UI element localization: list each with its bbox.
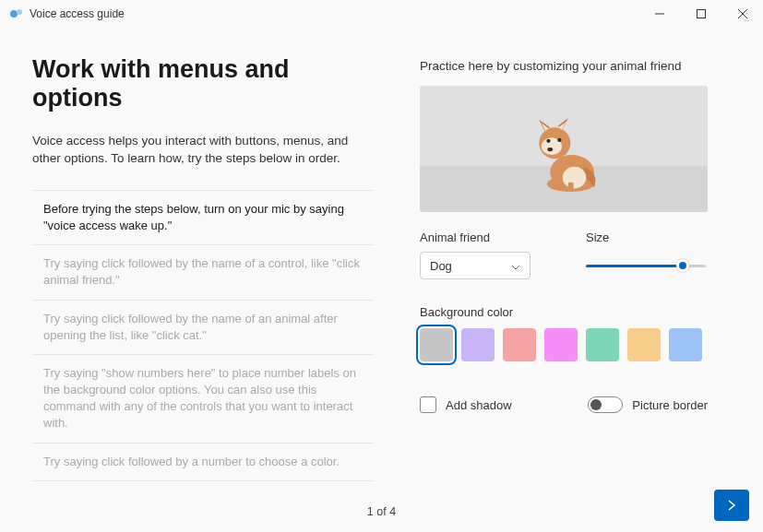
slider-thumb[interactable] [676,259,689,272]
step-item: Try saying click followed by the name of… [32,245,374,300]
size-label: Size [586,231,706,244]
color-swatch-gray[interactable] [420,328,453,361]
steps-list: Before trying the steps below, turn on y… [32,190,374,481]
picture-border-toggle[interactable] [588,396,623,413]
instructions-panel: Work with menus and options Voice access… [32,55,374,481]
svg-rect-15 [567,183,573,191]
color-swatch-blue[interactable] [669,328,702,361]
practice-label: Practice here by customizing your animal… [420,59,731,73]
add-shadow-label: Add shadow [446,398,512,412]
chevron-right-icon [726,500,737,511]
svg-rect-3 [697,10,705,18]
window-title: Voice access guide [30,7,125,20]
step-item: Before trying the steps below, turn on y… [32,191,374,245]
color-swatch-purple[interactable] [461,328,495,361]
toggle-knob [590,399,602,410]
svg-point-1 [17,9,22,15]
size-control: Size [586,231,706,279]
animal-friend-select[interactable]: Dog [420,252,531,279]
picture-border-control: Picture border [588,396,708,413]
chevron-down-icon [511,259,520,273]
svg-point-12 [557,138,561,142]
next-button[interactable] [714,490,749,521]
picture-border-label: Picture border [632,398,708,412]
color-swatch-yellow[interactable] [627,328,661,361]
page-subtitle: Voice access helps you interact with but… [32,133,374,168]
color-swatches [420,328,731,361]
page-indicator: 1 of 4 [367,505,396,518]
svg-rect-14 [556,183,562,191]
select-value: Dog [430,259,452,273]
color-swatch-magenta[interactable] [544,328,578,361]
background-color-label: Background color [420,305,731,319]
svg-point-13 [547,148,553,151]
page-title: Work with menus and options [32,55,374,112]
step-item: Try saying "show numbers here" to place … [32,355,374,443]
size-slider[interactable] [586,252,706,279]
preview-canvas [420,86,708,212]
footer: 1 of 4 [0,505,763,518]
add-shadow-checkbox[interactable] [420,396,436,413]
app-icon [9,6,24,21]
maximize-button[interactable] [680,0,721,28]
slider-fill [586,265,686,267]
color-swatch-teal[interactable] [586,328,619,361]
step-item: Try saying click followed by a number to… [32,443,374,481]
svg-point-8 [562,167,586,189]
background-color-section: Background color [420,305,731,361]
svg-point-0 [10,10,18,18]
color-swatch-pink[interactable] [503,328,536,361]
svg-point-11 [546,139,550,143]
animal-friend-label: Animal friend [420,231,531,244]
minimize-button[interactable] [638,0,680,28]
add-shadow-control: Add shadow [420,396,512,413]
step-item: Try saying click followed by the name of… [32,301,374,355]
window-controls [638,0,763,28]
animal-friend-control: Animal friend Dog [420,231,531,279]
close-button[interactable] [721,0,763,28]
practice-panel: Practice here by customizing your animal… [420,55,731,481]
dog-illustration [525,113,603,192]
